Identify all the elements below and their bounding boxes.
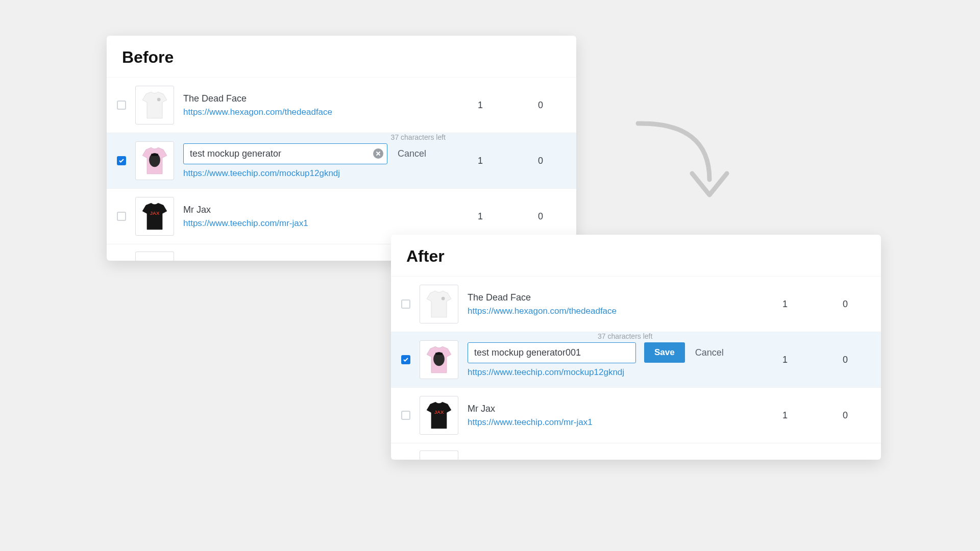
- row-checkbox[interactable]: [117, 212, 126, 221]
- chars-left-label: 37 characters left: [391, 133, 446, 141]
- count-col-2: 0: [515, 156, 566, 166]
- name-input-wrap: [183, 143, 387, 164]
- count-col-1: 1: [455, 211, 506, 222]
- chars-left-label: 37 characters left: [598, 332, 652, 340]
- table-row: 37 characters left Save Cancel https://w…: [391, 332, 881, 388]
- before-title: Before: [107, 36, 576, 78]
- count-col-2: 0: [820, 355, 871, 365]
- clear-icon[interactable]: [373, 148, 383, 159]
- row-checkbox[interactable]: [401, 411, 410, 420]
- product-thumbnail[interactable]: JAX: [420, 396, 458, 435]
- count-col-2: 0: [820, 299, 871, 310]
- product-url[interactable]: https://www.hexagon.com/thedeadface: [468, 306, 617, 316]
- name-input-wrap: [468, 342, 636, 363]
- name-input[interactable]: [183, 143, 387, 164]
- count-col-1: 1: [455, 100, 506, 111]
- svg-point-0: [157, 98, 161, 102]
- after-title: After: [391, 235, 881, 277]
- count-col-2: 0: [515, 211, 566, 222]
- count-col-1: 1: [760, 355, 811, 365]
- product-thumbnail[interactable]: JAX: [135, 197, 174, 236]
- product-thumbnail[interactable]: [420, 340, 458, 379]
- product-name: The Dead Face: [183, 93, 446, 104]
- count-col-1: 1: [760, 410, 811, 421]
- cancel-button[interactable]: Cancel: [693, 343, 726, 362]
- product-url[interactable]: https://www.teechip.com/mr-jax1: [183, 218, 308, 228]
- row-checkbox[interactable]: [401, 355, 410, 364]
- save-button[interactable]: Save: [644, 342, 685, 363]
- svg-text:JAX: JAX: [150, 210, 160, 216]
- count-col-1: 1: [455, 156, 506, 166]
- product-url[interactable]: https://www.teechip.com/mr-jax1: [468, 417, 593, 427]
- product-url[interactable]: https://www.teechip.com/mockup12gkndj: [183, 168, 340, 178]
- after-card: After The Dead Face https://www.hexagon.…: [391, 235, 881, 460]
- product-info: The Dead Face https://www.hexagon.com/th…: [468, 292, 750, 316]
- row-checkbox[interactable]: [117, 156, 126, 165]
- svg-point-4: [442, 297, 445, 300]
- product-name: Mr Jax: [183, 205, 446, 215]
- count-col-2: 0: [820, 410, 871, 421]
- product-thumbnail[interactable]: [135, 86, 174, 124]
- cancel-button[interactable]: Cancel: [396, 144, 428, 163]
- product-info: 37 characters left Save Cancel https://w…: [468, 342, 750, 378]
- product-thumbnail[interactable]: [135, 141, 174, 180]
- table-row: The Dead Face https://www.hexagon.com/th…: [107, 78, 576, 133]
- count-col-2: 0: [515, 100, 566, 111]
- count-col-1: 1: [760, 299, 811, 310]
- table-row: JAX Mr Jax https://www.teechip.com/mr-ja…: [391, 388, 881, 443]
- product-thumbnail-partial: [135, 252, 174, 261]
- product-info: Mr Jax https://www.teechip.com/mr-jax1: [183, 205, 446, 229]
- before-card: Before The Dead Face https://www.hexagon…: [107, 36, 576, 261]
- product-url[interactable]: https://www.hexagon.com/thedeadface: [183, 107, 332, 117]
- product-name: Mr Jax: [468, 404, 750, 414]
- svg-rect-2: [151, 154, 158, 156]
- product-info: Mr Jax https://www.teechip.com/mr-jax1: [468, 404, 750, 428]
- svg-text:JAX: JAX: [434, 409, 444, 415]
- table-row-partial: [391, 443, 881, 460]
- table-row: 37 characters left Cancel https://www.te…: [107, 133, 576, 189]
- table-row: The Dead Face https://www.hexagon.com/th…: [391, 277, 881, 332]
- flow-arrow-icon: [628, 113, 745, 210]
- product-thumbnail[interactable]: [420, 285, 458, 323]
- row-checkbox[interactable]: [117, 101, 126, 110]
- product-info: The Dead Face https://www.hexagon.com/th…: [183, 93, 446, 117]
- product-name: The Dead Face: [468, 292, 750, 303]
- product-thumbnail-partial: [420, 450, 458, 460]
- name-input[interactable]: [468, 342, 636, 363]
- product-url[interactable]: https://www.teechip.com/mockup12gkndj: [468, 367, 624, 377]
- product-info: 37 characters left Cancel https://www.te…: [183, 143, 446, 179]
- row-checkbox[interactable]: [401, 299, 410, 309]
- svg-rect-6: [435, 353, 443, 355]
